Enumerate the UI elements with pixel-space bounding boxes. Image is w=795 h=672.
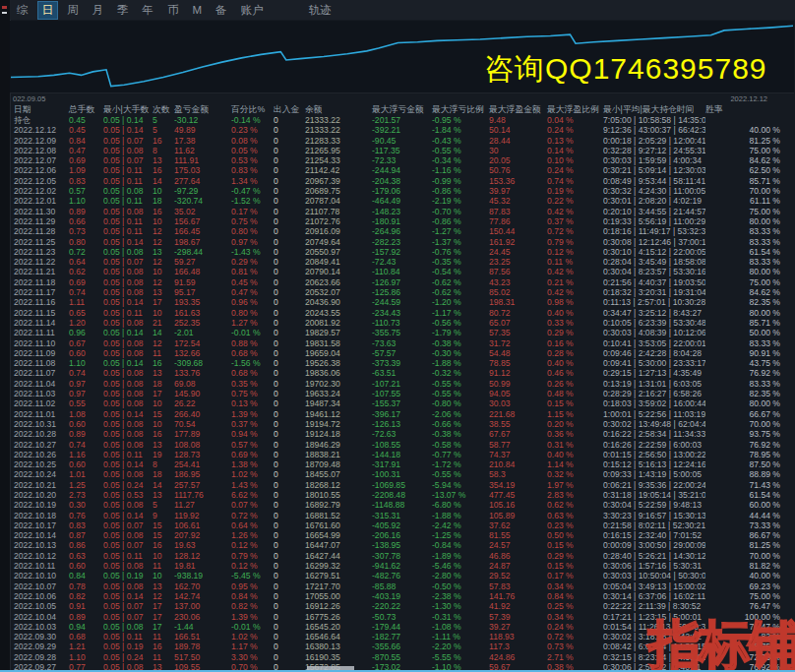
cell-in-out: 0 xyxy=(274,308,305,318)
table-row[interactable]: 2022.11.250.800.05 | 0.1412198.670.97 %0… xyxy=(0,237,795,247)
table-row[interactable]: 2022.11.011.080.05 | 0.1415266.401.39 %0… xyxy=(0,409,795,419)
tab-m[interactable]: M xyxy=(188,2,208,18)
tab-currency[interactable]: 币 xyxy=(162,1,184,20)
tab-trail[interactable]: 轨迹 xyxy=(304,1,336,20)
table-row[interactable]: 2022.11.170.740.05 | 0.081395.170.47 %02… xyxy=(0,287,795,297)
cell-trades: 10 xyxy=(153,186,174,196)
cell-pct: -0.01 % xyxy=(231,622,274,632)
cell-pnl: 193.35 xyxy=(174,297,231,307)
table-row[interactable]: 2022.12.070.690.05 | 0.0713111.910.53 %0… xyxy=(0,155,795,165)
cell-trades: 5 xyxy=(153,500,174,510)
table-row[interactable]: 2022.11.100.670.05 | 0.0812172.540.88 %0… xyxy=(0,338,795,348)
table-row[interactable]: 2022.11.150.650.05 | 0.1110161.630.80 %0… xyxy=(0,308,795,318)
cell-max-float-loss-pct: -1.88 % xyxy=(432,358,489,368)
cell-minmax-lots: 0.05 | 0.08 xyxy=(103,267,153,276)
table-row[interactable]: 2022.11.220.640.05 | 0.071259.270.29 %02… xyxy=(0,257,795,267)
table-row[interactable]: 2022.10.040.890.05 | 0.0717230.061.39 %0… xyxy=(0,612,795,622)
cell-date: 2022.09.29 xyxy=(14,641,69,651)
cell-pct: 1.27 % xyxy=(231,318,274,328)
table-row[interactable]: 2022.11.230.720.05 | 0.0813-298.44-1.43 … xyxy=(0,247,795,257)
table-row[interactable]: 2022.10.070.780.05 | 0.0813162.700.95 %0… xyxy=(0,581,795,591)
table-row[interactable]: 2022.10.050.910.05 | 0.0717137.000.82 %0… xyxy=(0,601,795,611)
table-row[interactable]: 2022.11.110.960.05 | 0.1414-2.01-0.01 %0… xyxy=(0,328,795,337)
table-row[interactable]: 2022.12.050.830.05 | 0.1114277.641.34 %0… xyxy=(0,176,795,186)
table-row[interactable]: 2022.12.061.090.05 | 0.1116175.030.83 %0… xyxy=(0,165,795,175)
table-row[interactable]: 2022.10.030.940.05 | 0.0817-1.44-0.01 %0… xyxy=(0,622,795,632)
table-row[interactable]: 2022.11.070.740.05 | 0.0813133.760.68 %0… xyxy=(0,368,795,378)
cell-date: 2022.11.03 xyxy=(14,389,69,398)
table-row[interactable]: 2022.10.270.740.05 | 0.0813108.080.57 %0… xyxy=(0,440,795,450)
table-row[interactable]: 2022.11.020.550.05 | 0.081026.220.13 %01… xyxy=(0,398,795,408)
table-row[interactable]: 2022.12.090.840.05 | 0.071617.380.08 %02… xyxy=(0,136,795,146)
cell-lots: 1.25 xyxy=(69,480,103,490)
cell-pct: 3.30 % xyxy=(231,652,274,662)
table-row[interactable]: 2022.11.180.690.05 | 0.081291.590.45 %02… xyxy=(0,277,795,287)
cell-pnl: 166.45 xyxy=(174,226,231,236)
cell-lots: 1.10 xyxy=(69,652,103,662)
table-row[interactable]: 2022.10.261.160.05 | 0.1119128.730.69 %0… xyxy=(0,450,795,459)
table-row[interactable]: 2022.10.100.840.05 | 0.1910-938.19-5.45 … xyxy=(0,571,795,580)
table-row[interactable]: 2022.11.040.970.05 | 0.081869.080.35 %01… xyxy=(0,379,795,389)
cell-hold-times: 0:28:40 | 5:26:21 | 14:30:12 xyxy=(603,551,705,561)
cell-max-float-profit: 30 xyxy=(489,146,547,155)
table-row[interactable]: 2022.12.020.570.05 | 0.0810-97.29-0.47 %… xyxy=(0,186,795,196)
table-row[interactable]: 2022.10.130.860.05 | 0.071619.630.12 %01… xyxy=(0,540,795,550)
table-row[interactable]: 2022.10.170.830.05 | 0.0715106.610.64 %0… xyxy=(0,520,795,530)
cell-pnl: 162.70 xyxy=(174,581,231,591)
cell-max-float-profit: 85.02 xyxy=(489,287,547,297)
cell-lots: 0.45 xyxy=(69,125,103,135)
table-row[interactable]: 2022.10.110.600.05 | 0.081119.810.12 %01… xyxy=(0,561,795,571)
table-row[interactable]: 2022.10.280.890.05 | 0.0816177.890.94 %0… xyxy=(0,429,795,439)
cell-winrate: 66.67 % xyxy=(705,409,794,419)
table-row[interactable]: 2022.11.030.970.05 | 0.0817145.900.75 %0… xyxy=(0,389,795,398)
tab-yearly[interactable]: 年 xyxy=(138,1,159,20)
table-row[interactable]: 2022.12.120.450.05 | 0.14549.890.23 %021… xyxy=(0,125,795,135)
table-row[interactable]: 2022.10.180.760.05 | 0.149119.920.72 %01… xyxy=(0,511,795,520)
table-row[interactable]: 2022.11.161.110.05 | 0.1417193.350.96 %0… xyxy=(0,297,795,307)
table-row[interactable]: 2022.10.250.600.05 | 0.148254.411.38 %01… xyxy=(0,459,795,469)
tab-quarterly[interactable]: 季 xyxy=(112,1,134,20)
table-row[interactable]: 2022.10.310.600.05 | 0.081070.540.37 %01… xyxy=(0,419,795,429)
table-row[interactable]: 2022.11.300.890.05 | 0.081635.020.17 %02… xyxy=(0,207,795,216)
table-row[interactable]: 2022.11.090.600.05 | 0.0811132.660.68 %0… xyxy=(0,348,795,358)
cell-in-out: 0 xyxy=(274,237,305,247)
table-row[interactable]: 2022.11.141.200.05 | 0.0821252.351.27 %0… xyxy=(0,318,795,328)
table-row[interactable]: 2022.11.280.730.05 | 0.1112166.450.80 %0… xyxy=(0,226,795,236)
cell-lots: 0.68 xyxy=(69,632,103,641)
tab-weekly[interactable]: 周 xyxy=(62,1,84,20)
cell-in-out: 0 xyxy=(274,419,305,429)
table-row[interactable]: 2022.12.011.100.05 | 0.1118-320.74-1.52 … xyxy=(0,196,795,206)
cell-pct: 0.88 % xyxy=(231,338,274,348)
table-row[interactable]: 2022.10.202.730.05 | 0.53131117.766.62 %… xyxy=(0,490,795,500)
cell-balance: 16190.35 xyxy=(305,652,372,662)
tab-summary[interactable]: 综 xyxy=(12,1,33,20)
table-row[interactable]: 2022.10.120.630.05 | 0.1110128.120.79 %0… xyxy=(0,551,795,561)
cell-max-float-loss-pct: -1.27 % xyxy=(432,226,489,236)
cell-max-float-profit-pct: 0.37 % xyxy=(547,216,603,226)
cell-lots: 0.89 xyxy=(69,612,103,622)
table-row[interactable]: 2022.10.140.870.05 | 0.0815207.921.26 %0… xyxy=(0,530,795,540)
cell-pnl: 142.74 xyxy=(174,591,231,601)
cell-pnl: 91.59 xyxy=(174,277,231,287)
cell-max-float-profit: 118.93 xyxy=(489,632,547,641)
table-row[interactable]: 2022.09.291.210.05 | 0.1916189.781.17 %0… xyxy=(0,641,795,651)
table-row[interactable]: 2022.10.060.820.05 | 0.1412142.740.84 %0… xyxy=(0,591,795,601)
cell-date: 2022.10.06 xyxy=(14,591,69,601)
tab-account[interactable]: 账户 xyxy=(236,1,269,20)
tab-monthly[interactable]: 月 xyxy=(88,1,109,20)
table-row[interactable]: 2022.11.081.100.05 | 0.1416-309.68-1.56 … xyxy=(0,358,795,368)
table-row[interactable]: 2022.11.290.660.05 | 0.1110156.670.75 %0… xyxy=(0,216,795,226)
tab-backup[interactable]: 备 xyxy=(211,1,232,20)
cell-balance: 16545.20 xyxy=(305,622,372,632)
cell-balance: 19836.06 xyxy=(305,368,372,378)
table-row[interactable]: 2022.10.190.300.05 | 0.08511.270.07 %016… xyxy=(0,500,795,510)
tab-daily[interactable]: 日 xyxy=(37,1,59,20)
table-row[interactable]: 持仓0.450.05 | 0.145-30.12-0.14 %021333.22… xyxy=(0,115,795,125)
table-row[interactable]: 2022.11.210.620.05 | 0.0810166.480.81 %0… xyxy=(0,267,795,276)
cell-winrate: 76.47 % xyxy=(705,622,794,632)
table-row[interactable]: 2022.09.300.680.05 | 0.1111166.511.02 %0… xyxy=(0,632,795,641)
table-row[interactable]: 2022.10.241.010.05 | 0.0818186.951.02 %0… xyxy=(0,469,795,479)
table-row[interactable]: 2022.12.080.470.05 | 0.08811.620.05 %021… xyxy=(0,146,795,155)
table-row[interactable]: 2022.09.281.100.05 | 0.2411517.503.30 %0… xyxy=(0,652,795,662)
table-row[interactable]: 2022.10.211.250.05 | 0.2414257.571.43 %0… xyxy=(0,480,795,490)
